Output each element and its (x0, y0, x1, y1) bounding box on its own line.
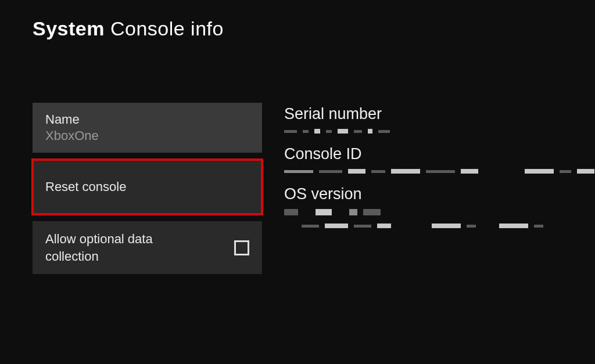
os-version-value-redacted (284, 209, 595, 215)
reset-console-button[interactable]: Reset console (33, 160, 262, 214)
reset-console-label: Reset console (45, 179, 249, 194)
settings-list: Name XboxOne Reset console Allow optiona… (33, 103, 262, 274)
console-id-block: Console ID (284, 145, 595, 174)
console-name-card[interactable]: Name XboxOne (33, 103, 262, 153)
page-header: System Console info (0, 0, 595, 40)
page-title: System Console info (33, 17, 595, 40)
os-version-title: OS version (284, 185, 595, 203)
console-id-value-redacted (284, 169, 595, 174)
breadcrumb-page: Console info (110, 17, 224, 39)
checkbox-icon (234, 240, 249, 255)
serial-number-value-redacted (284, 129, 595, 134)
serial-number-title: Serial number (284, 105, 595, 123)
console-id-title: Console ID (284, 145, 595, 163)
breadcrumb-section: System (33, 17, 105, 39)
content-area: Name XboxOne Reset console Allow optiona… (0, 40, 595, 274)
serial-number-block: Serial number (284, 105, 595, 134)
os-version-value-redacted-2 (284, 224, 595, 228)
optional-data-toggle[interactable]: Allow optional data collection (33, 221, 262, 274)
info-panel: Serial number Console ID (284, 103, 595, 274)
name-label: Name (45, 112, 249, 127)
name-value: XboxOne (45, 128, 249, 143)
os-version-block: OS version (284, 185, 595, 228)
optional-data-label: Allow optional data collection (45, 230, 208, 265)
